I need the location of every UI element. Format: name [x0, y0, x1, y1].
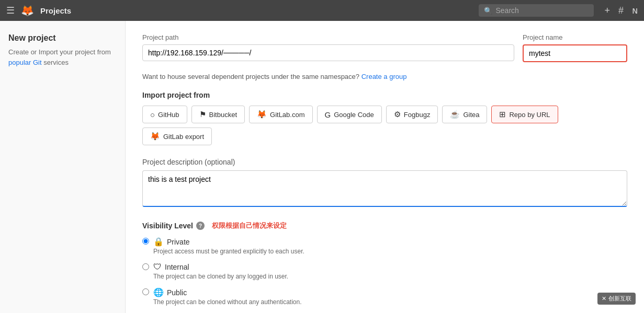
vis-desc-internal: The project can be cloned by any logged …: [153, 273, 288, 280]
sidebar: New project Create or Import your projec…: [0, 21, 126, 313]
import-section: Import project from ○GitHub⚑Bitbucket🦊Gi…: [142, 91, 627, 145]
import-label-bitbucket: Bitbucket: [209, 111, 237, 119]
import-section-label: Import project from: [142, 91, 627, 99]
project-name-label: Project name: [523, 33, 627, 41]
project-name-group: Project name: [523, 33, 627, 62]
radio-content-public: 🌐 Public The project can be cloned witho…: [153, 287, 302, 306]
search-input[interactable]: [495, 6, 589, 15]
import-icon-github: ○: [150, 110, 155, 119]
project-path-name-row: Project path Project name: [142, 33, 627, 62]
radio-options-container: 🔒 Private Project access must be granted…: [142, 237, 627, 306]
import-label-gitlabexport: GitLab export: [163, 133, 204, 141]
import-btn-gitlabexport[interactable]: 🦊GitLab export: [142, 127, 212, 145]
import-icon-googlecode: G: [325, 110, 331, 119]
import-btn-github[interactable]: ○GitHub: [142, 106, 187, 123]
main-content: Project path Project name Want to house …: [126, 21, 644, 313]
watermark-text: 创新互联: [608, 295, 631, 303]
import-btn-repobyurl[interactable]: ⊞Repo by URL: [491, 106, 558, 123]
vis-desc-private: Project access must be granted explicitl…: [153, 248, 304, 255]
vis-label-public: Public: [167, 288, 187, 297]
nav-logo: 🦊: [21, 4, 34, 17]
vis-icon-internal: 🛡: [153, 262, 162, 272]
import-label-fogbugz: Fogbugz: [404, 111, 431, 119]
activity-icon[interactable]: #: [618, 5, 624, 16]
import-btn-gitea[interactable]: ☕Gitea: [442, 106, 487, 123]
project-path-input[interactable]: [142, 44, 514, 61]
radio-public[interactable]: [142, 288, 149, 295]
add-icon[interactable]: +: [604, 5, 610, 16]
issues-icon[interactable]: ɴ: [632, 5, 638, 16]
vis-desc-public: The project can be cloned without any au…: [153, 298, 302, 306]
import-icon-bitbucket: ⚑: [199, 110, 206, 119]
watermark-icon: ✕: [602, 295, 606, 302]
import-btn-fogbugz[interactable]: ⚙Fogbugz: [386, 106, 438, 123]
main-container: New project Create or Import your projec…: [0, 21, 644, 313]
import-label-googlecode: Google Code: [334, 111, 374, 119]
import-buttons-container: ○GitHub⚑Bitbucket🦊GitLab.comGGoogle Code…: [142, 106, 627, 145]
namespace-notice: Want to house several dependent projects…: [142, 73, 627, 80]
visibility-label: Visibility Level ? 权限根据自己情况来设定: [142, 221, 627, 230]
import-icon-gitlabexport: 🦊: [150, 132, 160, 141]
description-group: Project description (optional): [142, 158, 627, 208]
visibility-section: Visibility Level ? 权限根据自己情况来设定 🔒 Private…: [142, 221, 627, 306]
nav-action-icons: + # ɴ: [604, 5, 638, 16]
import-icon-fogbugz: ⚙: [394, 110, 401, 119]
import-label-github: GitHub: [158, 111, 179, 119]
import-icon-gitlabcom: 🦊: [257, 110, 267, 119]
watermark: ✕ 创新互联: [597, 293, 636, 305]
radio-private[interactable]: [142, 238, 149, 245]
vis-icon-private: 🔒: [153, 237, 164, 247]
search-icon: 🔍: [484, 7, 492, 15]
create-group-link[interactable]: Create a group: [361, 73, 407, 80]
description-label: Project description (optional): [142, 158, 627, 166]
import-icon-gitea: ☕: [450, 110, 460, 119]
visibility-option-internal: 🛡 Internal The project can be cloned by …: [142, 262, 627, 280]
radio-content-internal: 🛡 Internal The project can be cloned by …: [153, 262, 288, 280]
logo-icon: 🦊: [21, 4, 34, 17]
import-label-gitea: Gitea: [463, 111, 479, 119]
help-icon[interactable]: ?: [196, 222, 205, 230]
import-btn-bitbucket[interactable]: ⚑Bitbucket: [191, 106, 245, 123]
import-icon-repobyurl: ⊞: [499, 110, 506, 119]
import-label-repobyurl: Repo by URL: [509, 111, 550, 119]
import-btn-gitlabcom[interactable]: 🦊GitLab.com: [249, 106, 312, 123]
annotation-text: 权限根据自己情况来设定: [212, 221, 287, 230]
visibility-option-public: 🌐 Public The project can be cloned witho…: [142, 287, 627, 306]
project-name-input[interactable]: [523, 44, 627, 62]
hamburger-menu[interactable]: ☰: [6, 5, 15, 16]
radio-internal[interactable]: [142, 263, 149, 270]
radio-content-private: 🔒 Private Project access must be granted…: [153, 237, 304, 255]
vis-icon-public: 🌐: [153, 287, 164, 297]
sidebar-description: Create or Import your project from popul…: [8, 47, 117, 67]
nav-title: Projects: [40, 6, 71, 15]
vis-label-internal: Internal: [165, 263, 189, 271]
top-navigation: ☰ 🦊 Projects 🔍 + # ɴ: [0, 0, 644, 21]
project-path-label: Project path: [142, 33, 514, 41]
description-textarea[interactable]: [142, 170, 627, 207]
import-label-gitlabcom: GitLab.com: [270, 111, 304, 119]
vis-label-private: Private: [167, 238, 190, 246]
search-box[interactable]: 🔍: [479, 4, 594, 17]
popular-git-link[interactable]: popular Git: [8, 59, 42, 66]
visibility-option-private: 🔒 Private Project access must be granted…: [142, 237, 627, 255]
project-path-group: Project path: [142, 33, 514, 61]
sidebar-title: New project: [8, 33, 117, 43]
import-btn-googlecode[interactable]: GGoogle Code: [317, 106, 382, 123]
